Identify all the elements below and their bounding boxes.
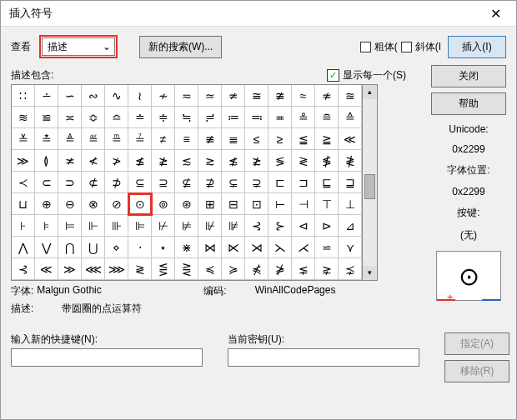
symbol-cell[interactable]: ⊈ bbox=[175, 172, 198, 193]
symbol-cell[interactable]: ≜ bbox=[58, 128, 82, 150]
symbol-cell[interactable]: ≥ bbox=[269, 128, 292, 150]
symbol-cell[interactable]: ⊋ bbox=[245, 172, 269, 193]
symbol-cell[interactable]: ≕ bbox=[245, 107, 269, 128]
symbol-cell[interactable]: ⋧ bbox=[315, 258, 339, 280]
symbol-cell[interactable]: ⊭ bbox=[175, 215, 198, 237]
symbol-cell[interactable]: ≓ bbox=[198, 107, 222, 128]
symbol-cell[interactable]: ≙ bbox=[339, 107, 362, 128]
symbol-cell[interactable]: ≉ bbox=[315, 85, 339, 107]
symbol-cell[interactable]: ⊒ bbox=[339, 172, 362, 193]
symbol-cell[interactable]: ∾ bbox=[82, 85, 105, 107]
symbol-cell[interactable]: ≋ bbox=[12, 107, 35, 128]
insert-button[interactable]: 插入(I) bbox=[448, 36, 506, 58]
symbol-cell[interactable]: ≍ bbox=[58, 107, 82, 128]
symbol-cell[interactable]: ⋦ bbox=[292, 258, 315, 280]
symbol-cell[interactable]: ⊥ bbox=[339, 193, 362, 215]
symbol-cell[interactable]: ≺ bbox=[12, 172, 35, 193]
symbol-cell[interactable]: ⊰ bbox=[12, 258, 35, 280]
symbol-cell[interactable]: ⊧ bbox=[35, 215, 58, 237]
symbol-cell[interactable]: ≇ bbox=[269, 85, 292, 107]
symbol-cell[interactable]: ⋋ bbox=[269, 237, 292, 258]
symbol-cell[interactable]: ⊆ bbox=[128, 172, 152, 193]
symbol-cell[interactable]: ≣ bbox=[222, 128, 245, 150]
symbol-cell[interactable]: ∸ bbox=[35, 85, 58, 107]
symbol-cell[interactable]: ≠ bbox=[152, 128, 175, 150]
new-shortcut-input[interactable] bbox=[11, 348, 203, 367]
symbol-cell[interactable]: ⊪ bbox=[105, 215, 128, 237]
symbol-cell[interactable]: ≢ bbox=[198, 128, 222, 150]
symbol-cell[interactable]: ≱ bbox=[152, 150, 175, 172]
symbol-cell[interactable]: ≌ bbox=[35, 107, 58, 128]
symbol-cell[interactable]: ⊦ bbox=[12, 215, 35, 237]
symbol-cell[interactable]: ≽ bbox=[222, 258, 245, 280]
search-button[interactable]: 新的搜索(W)... bbox=[139, 36, 222, 58]
symbol-cell[interactable]: ⊳ bbox=[315, 215, 339, 237]
symbol-cell[interactable]: ⊖ bbox=[58, 193, 82, 215]
symbol-cell[interactable]: ⋚ bbox=[152, 258, 175, 280]
symbol-cell[interactable]: ≡ bbox=[175, 128, 198, 150]
symbol-cell[interactable]: ⊡ bbox=[245, 193, 269, 215]
symbol-cell[interactable]: ≼ bbox=[198, 258, 222, 280]
bold-checkbox[interactable] bbox=[360, 42, 371, 52]
symbol-cell[interactable]: ⋇ bbox=[175, 237, 198, 258]
symbol-cell[interactable]: ⊫ bbox=[128, 215, 152, 237]
symbol-cell[interactable]: ≮ bbox=[82, 150, 105, 172]
symbol-cell[interactable]: ≒ bbox=[175, 107, 198, 128]
symbol-cell[interactable]: ≴ bbox=[222, 150, 245, 172]
symbol-cell[interactable]: ≛ bbox=[35, 128, 58, 150]
symbol-cell[interactable]: ⋈ bbox=[198, 237, 222, 258]
symbol-cell[interactable]: ⊨ bbox=[58, 215, 82, 237]
symbol-cell[interactable]: ≑ bbox=[152, 107, 175, 128]
symbol-cell[interactable]: ⊘ bbox=[105, 193, 128, 215]
symbol-cell[interactable]: ≦ bbox=[292, 128, 315, 150]
symbol-cell[interactable]: ≘ bbox=[315, 107, 339, 128]
close-button[interactable]: 关闭 bbox=[431, 65, 506, 88]
symbol-cell[interactable]: ≎ bbox=[82, 107, 105, 128]
symbol-cell[interactable]: ≳ bbox=[198, 150, 222, 172]
symbol-cell[interactable]: ⊤ bbox=[315, 193, 339, 215]
remove-button[interactable]: 移除(R) bbox=[444, 360, 509, 382]
symbol-cell[interactable]: ⊱ bbox=[269, 215, 292, 237]
symbol-cell[interactable]: ∷ bbox=[12, 85, 35, 107]
scroll-down-icon[interactable]: ▾ bbox=[363, 266, 377, 280]
symbol-cell[interactable]: ⋆ bbox=[152, 237, 175, 258]
symbol-cell[interactable]: ⋀ bbox=[12, 237, 35, 258]
symbol-cell[interactable]: ⊇ bbox=[152, 172, 175, 193]
symbol-cell[interactable]: ≭ bbox=[58, 150, 82, 172]
scroll-up-icon[interactable]: ▴ bbox=[363, 85, 377, 99]
symbol-cell[interactable]: ∽ bbox=[58, 85, 82, 107]
symbol-cell[interactable]: ⊏ bbox=[269, 172, 292, 193]
symbol-cell[interactable]: ≁ bbox=[152, 85, 175, 107]
symbol-cell[interactable]: ⊬ bbox=[152, 215, 175, 237]
symbol-cell[interactable]: ⊟ bbox=[222, 193, 245, 215]
symbol-cell[interactable]: ⋌ bbox=[292, 237, 315, 258]
symbol-cell[interactable]: ⋛ bbox=[175, 258, 198, 280]
symbol-cell[interactable]: ⊃ bbox=[58, 172, 82, 193]
symbol-cell[interactable]: ≊ bbox=[339, 85, 362, 107]
current-key-input[interactable] bbox=[228, 348, 419, 367]
symbol-cell[interactable]: ⊞ bbox=[198, 193, 222, 215]
symbol-cell[interactable]: ≶ bbox=[269, 150, 292, 172]
symbol-cell[interactable]: ⊲ bbox=[292, 215, 315, 237]
symbol-cell[interactable]: ≃ bbox=[198, 85, 222, 107]
symbol-cell[interactable]: ⊰ bbox=[245, 215, 269, 237]
symbol-cell[interactable]: ≐ bbox=[128, 107, 152, 128]
symbol-cell[interactable]: ⊅ bbox=[105, 172, 128, 193]
symbol-cell[interactable]: ∿ bbox=[105, 85, 128, 107]
symbol-cell[interactable]: ≯ bbox=[105, 150, 128, 172]
symbol-cell[interactable]: ⊚ bbox=[152, 193, 175, 215]
symbol-cell[interactable]: ⋠ bbox=[245, 258, 269, 280]
symbol-cell[interactable]: ⊢ bbox=[269, 193, 292, 215]
symbol-cell[interactable]: ≄ bbox=[222, 85, 245, 107]
symbol-cell[interactable]: ⊩ bbox=[82, 215, 105, 237]
view-combo[interactable]: 描述 ⌄ bbox=[42, 38, 115, 56]
symbol-cell[interactable]: ≏ bbox=[105, 107, 128, 128]
symbol-cell[interactable]: ≅ bbox=[245, 85, 269, 107]
symbol-cell[interactable]: ⊣ bbox=[292, 193, 315, 215]
symbol-cell[interactable]: ⋙ bbox=[105, 258, 128, 280]
symbol-cell[interactable]: ⋉ bbox=[222, 237, 245, 258]
symbol-cell[interactable]: ⋃ bbox=[82, 237, 105, 258]
symbol-cell[interactable]: ≝ bbox=[82, 128, 105, 150]
symbol-cell[interactable]: ⋂ bbox=[58, 237, 82, 258]
symbol-cell[interactable]: ⊄ bbox=[82, 172, 105, 193]
